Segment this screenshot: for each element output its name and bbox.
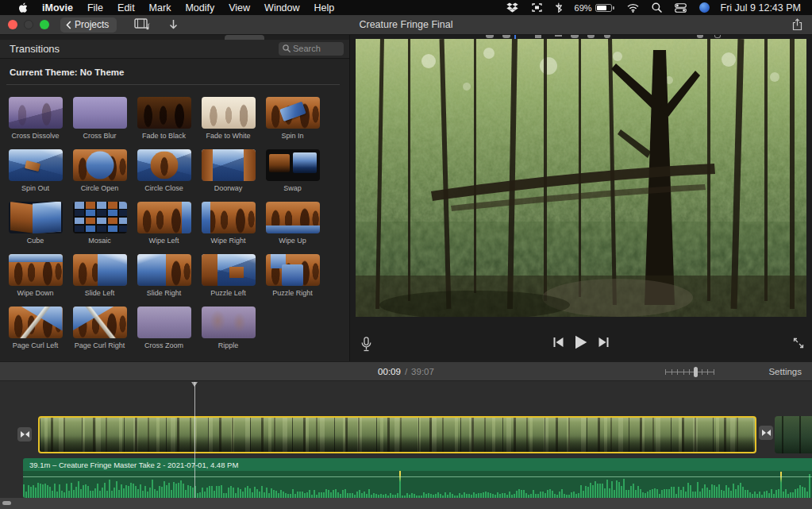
- transition-thumbnail[interactable]: [266, 254, 320, 286]
- transition-thumbnail[interactable]: [202, 254, 256, 286]
- transition-thumbnail[interactable]: [9, 202, 63, 233]
- apple-menu-icon[interactable]: [11, 2, 35, 13]
- menu-item-view[interactable]: View: [221, 2, 257, 13]
- timeline-zoom-slider[interactable]: [665, 367, 714, 377]
- audio-waveform[interactable]: [23, 471, 812, 498]
- timeline[interactable]: 39.1m – Creature Fringe Master Take 2 - …: [0, 381, 812, 509]
- menu-item-file[interactable]: File: [80, 2, 110, 13]
- transition-thumbnail[interactable]: [202, 307, 256, 338]
- skip-to-start-button[interactable]: [553, 337, 564, 348]
- transition-item[interactable]: Puzzle Right: [266, 249, 320, 302]
- waveform-bar: [364, 492, 365, 498]
- scrollbar-thumb[interactable]: [2, 501, 11, 505]
- transition-item[interactable]: Page Curl Right: [73, 302, 127, 354]
- waveform-bar: [42, 484, 44, 498]
- back-to-projects-button[interactable]: Projects: [60, 17, 117, 33]
- transition-thumbnail[interactable]: [137, 97, 191, 129]
- transition-item[interactable]: Wipe Down: [9, 249, 63, 302]
- menu-item-help[interactable]: Help: [307, 2, 342, 13]
- transition-thumbnail[interactable]: [73, 254, 127, 286]
- transition-thumbnail[interactable]: [202, 97, 256, 129]
- transition-item[interactable]: Wipe Right: [202, 197, 256, 249]
- waveform-bar: [104, 483, 106, 498]
- transition-item[interactable]: Puzzle Left: [202, 249, 256, 302]
- menu-item-modify[interactable]: Modify: [178, 2, 221, 13]
- dropbox-icon[interactable]: [500, 2, 525, 13]
- transition-item[interactable]: Wipe Up: [266, 197, 320, 249]
- transition-thumbnail[interactable]: [73, 149, 127, 181]
- transition-item[interactable]: Cross Dissolve: [9, 92, 63, 145]
- transition-item[interactable]: Slide Right: [137, 249, 191, 302]
- menu-item-mark[interactable]: Mark: [142, 2, 179, 13]
- search-input[interactable]: [293, 44, 340, 53]
- zoom-window-button[interactable]: [40, 20, 49, 29]
- share-icon[interactable]: [792, 18, 802, 31]
- spotlight-search-icon[interactable]: [645, 2, 668, 13]
- transition-thumbnail[interactable]: [9, 97, 63, 129]
- transition-thumbnail[interactable]: [137, 202, 191, 233]
- menu-item-edit[interactable]: Edit: [110, 2, 142, 13]
- transition-thumbnail[interactable]: [9, 149, 63, 181]
- volume-level-line[interactable]: [23, 476, 812, 477]
- transition-item[interactable]: Slide Left: [73, 249, 127, 302]
- timeline-settings-button[interactable]: Settings: [768, 362, 802, 380]
- transition-item[interactable]: Swap: [266, 145, 320, 197]
- transition-thumbnail[interactable]: [266, 202, 320, 233]
- playhead-line[interactable]: [194, 382, 195, 498]
- selected-video-clip[interactable]: [38, 416, 756, 453]
- transition-item[interactable]: Spin In: [266, 92, 320, 145]
- transition-thumbnail[interactable]: [137, 307, 191, 338]
- zoom-slider-thumb[interactable]: [694, 367, 698, 377]
- transition-item[interactable]: Circle Close: [137, 145, 191, 197]
- timeline-scrollbar[interactable]: [0, 498, 812, 509]
- transition-thumbnail[interactable]: [9, 307, 63, 338]
- transition-item[interactable]: Circle Open: [73, 145, 127, 197]
- next-video-clip[interactable]: [775, 416, 812, 453]
- transition-item[interactable]: Fade to White: [202, 92, 256, 145]
- transition-thumbnail[interactable]: [266, 97, 320, 129]
- transition-thumbnail[interactable]: [137, 254, 191, 286]
- waveform-bar: [735, 489, 737, 498]
- import-media-icon[interactable]: [168, 19, 179, 31]
- transition-item[interactable]: Fade to Black: [137, 92, 191, 145]
- control-center-icon[interactable]: [668, 3, 693, 13]
- transition-thumbnail[interactable]: [137, 149, 191, 181]
- menu-bar-clock[interactable]: Fri Jul 9 12:43 PM: [716, 2, 806, 13]
- play-button[interactable]: [575, 335, 587, 349]
- close-window-button[interactable]: [8, 20, 17, 29]
- transition-item[interactable]: Cube: [9, 197, 63, 249]
- waveform-bar: [266, 488, 267, 498]
- transition-thumbnail[interactable]: [73, 97, 127, 129]
- transition-thumbnail[interactable]: [73, 307, 127, 338]
- transition-item[interactable]: Cross Blur: [73, 92, 127, 145]
- skip-to-end-button[interactable]: [598, 337, 609, 348]
- fullscreen-expand-icon[interactable]: [793, 337, 804, 349]
- transition-placeholder-icon[interactable]: [759, 426, 773, 440]
- transition-thumbnail[interactable]: [9, 254, 63, 286]
- window-manager-icon[interactable]: [525, 2, 549, 13]
- menu-item-window[interactable]: Window: [257, 2, 306, 13]
- transition-thumbnail[interactable]: [73, 202, 127, 233]
- menu-item-imovie[interactable]: iMovie: [35, 2, 80, 13]
- transition-item[interactable]: Page Curl Left: [9, 302, 63, 354]
- assistant-app-icon[interactable]: [693, 2, 716, 13]
- transition-thumbnail[interactable]: [266, 149, 320, 181]
- media-library-icon[interactable]: [134, 18, 151, 31]
- transition-placeholder-icon[interactable]: [17, 427, 32, 442]
- transition-item[interactable]: Cross Zoom: [137, 302, 191, 354]
- video-preview[interactable]: [356, 39, 806, 317]
- search-field[interactable]: [279, 42, 344, 56]
- transition-item[interactable]: Doorway: [202, 145, 256, 197]
- transition-thumbnail[interactable]: [202, 149, 256, 181]
- voiceover-mic-icon[interactable]: [361, 337, 371, 352]
- battery-indicator[interactable]: 69%: [568, 3, 621, 13]
- transition-item[interactable]: Mosaic: [73, 197, 127, 249]
- wifi-icon[interactable]: [621, 3, 645, 13]
- minimize-window-button[interactable]: [24, 20, 33, 29]
- audio-clip[interactable]: 39.1m – Creature Fringe Master Take 2 - …: [23, 458, 812, 498]
- transition-item[interactable]: Ripple: [202, 302, 256, 354]
- transition-thumbnail[interactable]: [202, 202, 256, 233]
- transition-item[interactable]: Spin Out: [9, 145, 63, 197]
- bluetooth-icon[interactable]: [549, 2, 568, 13]
- transition-item[interactable]: Wipe Left: [137, 197, 191, 249]
